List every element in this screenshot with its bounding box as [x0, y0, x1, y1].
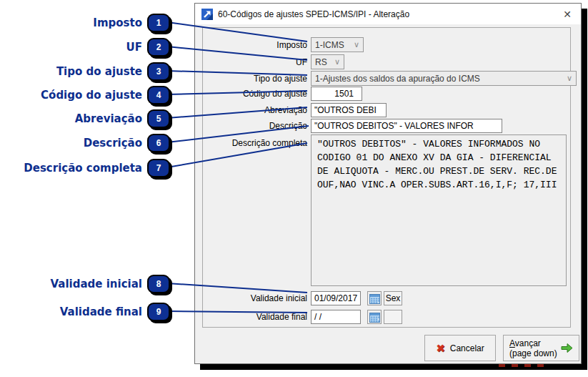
window-title: 60-Códigos de ajustes SPED-ICMS/IPI - Al… — [218, 9, 409, 19]
descricao-completa-label: Descrição completa — [209, 134, 311, 148]
validade-final-input[interactable]: / / — [311, 310, 361, 324]
validade-inicial-calendar-button[interactable] — [367, 291, 382, 305]
imposto-label: Imposto — [209, 40, 311, 50]
row-abreviacao: Abreviação "OUTROS DEBI — [209, 103, 387, 117]
callout-badge: 9 — [147, 303, 170, 321]
uf-select: RS ∨ — [311, 54, 344, 69]
callout-descricao: Descrição6 — [0, 132, 170, 154]
callout-badge: 1 — [147, 14, 170, 32]
row-validade-final: Validade final / / — [209, 310, 402, 324]
screenshot-root: { "window": { "title": "60-Códigos de aj… — [0, 0, 588, 377]
row-descricao: Descrição "OUTROS DEBITOS" - VALORES INF… — [209, 119, 502, 133]
close-icon[interactable]: ✕ — [560, 8, 574, 21]
row-tipo-ajuste: Tipo do ajuste 1-Ajustes dos saldos da a… — [209, 71, 577, 86]
imposto-select: 1-ICMS ∨ — [311, 37, 364, 52]
row-uf: UF RS ∨ — [209, 54, 344, 69]
callout-badge: 5 — [147, 109, 170, 128]
descricao-label: Descrição — [209, 121, 311, 131]
advance-button[interactable]: Avançar(page down) — [503, 335, 579, 361]
callout-uf: UF2 — [0, 36, 170, 58]
descricao-completa-textarea[interactable]: "OUTROS DEBITOS" - VALORES INFORMADOS NO… — [311, 134, 567, 286]
codigo-ajuste-label: Código do ajuste — [209, 89, 311, 99]
row-validade-inicial: Validade inicial 01/09/2017 Sex — [209, 291, 402, 305]
tipo-ajuste-label: Tipo do ajuste — [209, 74, 311, 84]
row-codigo-ajuste: Código do ajuste 1501 — [209, 87, 362, 101]
green-arrow-icon — [561, 343, 573, 353]
uf-label: UF — [209, 57, 311, 67]
export-arrow-icon — [201, 9, 213, 20]
validade-inicial-label: Validade inicial — [209, 293, 311, 303]
abreviacao-input[interactable]: "OUTROS DEBI — [311, 103, 387, 117]
cancel-button-label: Cancelar — [450, 343, 484, 353]
callout-badge: 2 — [147, 38, 170, 57]
callout-descricao-completa: Descrição completa7 — [0, 157, 170, 179]
abreviacao-label: Abreviação — [209, 105, 311, 115]
callout-badge: 8 — [147, 275, 170, 293]
validade-final-label: Validade final — [209, 312, 311, 322]
title-bar[interactable]: 60-Códigos de ajustes SPED-ICMS/IPI - Al… — [195, 4, 581, 24]
callout-imposto: Imposto1 — [0, 12, 170, 34]
shadow-artifact — [499, 364, 544, 367]
calendar-icon — [369, 312, 380, 323]
callout-badge: 6 — [147, 134, 170, 152]
row-descricao-completa: Descrição completa "OUTROS DEBITOS" - VA… — [209, 134, 567, 286]
chevron-down-icon: ∨ — [564, 74, 572, 82]
form-panel: Imposto 1-ICMS ∨ UF RS ∨ Tipo do ajuste … — [202, 27, 571, 328]
calendar-icon — [369, 293, 380, 304]
chevron-down-icon: ∨ — [351, 41, 359, 49]
validade-final-calendar-button[interactable] — [367, 310, 382, 324]
red-x-icon: ✖ — [436, 342, 445, 355]
callout-codigo-ajuste: Código do ajuste4 — [0, 84, 170, 106]
row-imposto: Imposto 1-ICMS ∨ — [209, 37, 364, 52]
callout-badge: 3 — [147, 62, 170, 81]
validade-inicial-input[interactable]: 01/09/2017 — [311, 291, 361, 305]
cancel-button[interactable]: ✖ Cancelar — [424, 335, 496, 361]
codigo-ajuste-input[interactable]: 1501 — [311, 87, 362, 101]
chevron-down-icon: ∨ — [332, 58, 340, 66]
callout-validade-inicial: Validade inicial8 — [0, 273, 170, 295]
dialog-window: 60-Códigos de ajustes SPED-ICMS/IPI - Al… — [194, 3, 582, 364]
callout-badge: 7 — [147, 159, 170, 177]
descricao-input[interactable]: "OUTROS DEBITOS" - VALORES INFOR — [311, 119, 502, 133]
validade-inicial-weekday: Sex — [384, 291, 402, 305]
callout-badge: 4 — [147, 86, 170, 104]
advance-button-label: Avançar(page down) — [509, 338, 557, 358]
callout-abreviacao: Abreviação5 — [0, 108, 170, 129]
callout-validade-final: Validade final9 — [0, 301, 170, 323]
callout-tipo-ajuste: Tipo do ajuste3 — [0, 61, 170, 82]
tipo-ajuste-select: 1-Ajustes dos saldos da apuração do ICMS… — [311, 71, 577, 86]
validade-final-weekday — [384, 310, 402, 324]
